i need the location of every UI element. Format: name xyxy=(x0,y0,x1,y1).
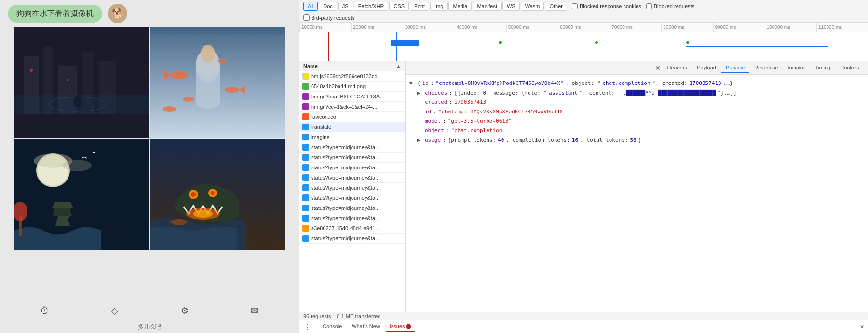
scroll-up-button[interactable]: ▲ xyxy=(396,63,401,69)
js-icon xyxy=(302,73,309,80)
preview-tab-timing[interactable]: Timing xyxy=(810,63,836,73)
preview-tab-initiator[interactable]: Initiator xyxy=(783,63,810,73)
svg-point-6 xyxy=(30,69,33,72)
eraser-icon[interactable]: ◇ xyxy=(108,304,122,318)
name-list-item[interactable]: hm.gif?cc=1&ck=1&cl=24-... xyxy=(299,102,405,112)
filter-btn-ws[interactable]: WS xyxy=(502,2,520,11)
blocked-requests-check[interactable]: Blocked requests xyxy=(646,3,694,9)
name-list-item[interactable]: status?type=midjourney&ta... xyxy=(299,142,405,153)
filter-btn-js[interactable]: JS xyxy=(338,2,353,11)
name-item-text: a3e80237-15d0-48d4-a941... xyxy=(311,225,380,231)
blocked-requests-input[interactable] xyxy=(646,3,652,9)
image-cell-2[interactable] xyxy=(150,27,285,138)
name-item-text: favicon.ico xyxy=(311,114,336,120)
timeline-mark: 90000 ms xyxy=(713,23,765,32)
svg-rect-19 xyxy=(150,27,285,34)
json-expand-root[interactable]: ▼ xyxy=(409,79,415,88)
preview-panel: ✕ HeadersPayloadPreviewResponseInitiator… xyxy=(406,61,868,312)
filter-btn-doc[interactable]: Doc xyxy=(319,2,337,11)
image-cell-4[interactable] xyxy=(150,139,285,250)
img-icon xyxy=(302,225,309,232)
json-expand-usage[interactable]: ▶ xyxy=(417,136,423,145)
name-list-item[interactable]: a3e80237-15d0-48d4-a941... xyxy=(299,223,405,234)
timeline-blue-line xyxy=(396,32,397,61)
svg-point-15 xyxy=(225,87,239,93)
filter-btn-manifest[interactable]: Manifest xyxy=(473,2,502,11)
filter-btn-wasm[interactable]: Wasm xyxy=(521,2,544,11)
name-list-item[interactable]: favicon.ico xyxy=(299,112,405,122)
sliders-icon[interactable]: ⚙ xyxy=(178,304,191,318)
svg-point-14 xyxy=(170,71,188,79)
doc-icon xyxy=(302,164,309,171)
name-list-item[interactable]: status?type=midjourney&ta... xyxy=(299,234,405,244)
name-item-text: status?type=midjourney&ta... xyxy=(311,205,380,211)
preview-tab-preview[interactable]: Preview xyxy=(721,63,749,73)
name-list-item[interactable]: imagine xyxy=(299,132,405,142)
preview-tab-response[interactable]: Response xyxy=(749,63,783,73)
blocked-response-cookies-check[interactable]: Blocked response cookies xyxy=(572,3,641,9)
svg-point-31 xyxy=(211,191,215,195)
json-expand-choices[interactable]: ▶ xyxy=(417,89,423,97)
filter-btn-css[interactable]: CSS xyxy=(389,2,409,11)
image-cell-1[interactable] xyxy=(14,27,149,138)
name-column-label: Name xyxy=(303,63,318,69)
name-item-text: status?type=midjourney&ta... xyxy=(311,154,380,160)
image-cell-3[interactable] xyxy=(14,139,149,250)
doc-icon xyxy=(302,194,309,201)
name-item-text: 6540a4b3ba44.md.png xyxy=(311,83,366,89)
envelope-icon[interactable]: ✉ xyxy=(248,304,261,318)
svg-point-17 xyxy=(217,59,227,63)
console-tab-what's-new[interactable]: What's New xyxy=(348,322,383,332)
json-choices-row: ▶ choices : [{index: 0, message: {role: … xyxy=(417,88,864,98)
name-item-text: hm.gif?hca=B6FC1CA2F18A... xyxy=(311,94,384,99)
name-list-item[interactable]: status?type=midjourney&ta... xyxy=(299,163,405,173)
console-tab-label: Console xyxy=(323,323,342,329)
name-list-item[interactable]: translate xyxy=(299,122,405,132)
doc-icon xyxy=(302,184,309,191)
svg-point-16 xyxy=(183,97,194,102)
image-grid xyxy=(14,27,285,294)
json-usage-row: ▶ usage : {prompt_tokens: 40 , completio… xyxy=(417,136,864,145)
console-tab-console[interactable]: Console xyxy=(319,322,346,332)
name-list-item[interactable]: status?type=midjourney&ta... xyxy=(299,183,405,193)
name-item-text: status?type=midjourney&ta... xyxy=(311,185,380,191)
close-preview-button[interactable]: ✕ xyxy=(655,64,661,72)
filter-btn-fetch/xhr[interactable]: Fetch/XHR xyxy=(354,2,389,11)
console-tab-issues[interactable]: Issues xyxy=(386,322,415,332)
timeline-dot-3 xyxy=(686,41,689,44)
name-list-item[interactable]: status?type=midjourney&ta... xyxy=(299,173,405,183)
avatar: 🐕 xyxy=(108,4,127,23)
timeline-mark: 70000 ms xyxy=(610,23,661,32)
console-close-button[interactable]: ✕ xyxy=(860,324,864,330)
name-items-list: hm.js?609dc2f866ce0133cd...6540a4b3ba44.… xyxy=(299,71,405,244)
name-list-item[interactable]: status?type=midjourney&ta... xyxy=(299,153,405,163)
bottom-toolbar: ⏱ ◇ ⚙ ✉ xyxy=(0,299,299,323)
filter-btn-media[interactable]: Media xyxy=(448,2,472,11)
svg-point-13 xyxy=(201,45,215,62)
timeline-red-line xyxy=(328,32,329,61)
preview-tab-headers[interactable]: Headers xyxy=(663,63,692,73)
timeline-mark: 50000 ms xyxy=(506,23,558,32)
filter-btn-all[interactable]: All xyxy=(303,2,318,11)
timeline-bars xyxy=(299,32,868,61)
gif-icon xyxy=(302,93,309,100)
name-list-item[interactable]: status?type=midjourney&ta... xyxy=(299,213,405,223)
doc-icon xyxy=(302,144,309,151)
name-list-item[interactable]: status?type=midjourney&ta... xyxy=(299,203,405,213)
name-list-item[interactable]: status?type=midjourney&ta... xyxy=(299,193,405,203)
json-root: ▼ { id : "chatcmpl-8MQvVRkXMpXPodkCT7459… xyxy=(409,79,864,88)
third-party-checkbox[interactable] xyxy=(303,14,310,21)
filter-btn-img[interactable]: Img xyxy=(430,2,448,11)
preview-tab-payload[interactable]: Payload xyxy=(692,63,721,73)
blocked-response-cookies-input[interactable] xyxy=(572,3,578,9)
name-list-item[interactable]: hm.gif?hca=B6FC1CA2F18A... xyxy=(299,92,405,102)
filter-btn-font[interactable]: Font xyxy=(410,2,429,11)
search-bubble[interactable]: 狗狗在水下看着摄像机 xyxy=(8,5,102,23)
clock-icon[interactable]: ⏱ xyxy=(38,304,52,318)
filter-btn-other[interactable]: Other xyxy=(545,2,567,11)
name-item-text: status?type=midjourney&ta... xyxy=(311,236,380,241)
name-list-item[interactable]: 6540a4b3ba44.md.png xyxy=(299,82,405,92)
preview-tab-cookies[interactable]: Cookies xyxy=(835,63,864,73)
console-menu-button[interactable]: ⋮ xyxy=(303,322,311,332)
name-list-item[interactable]: hm.js?609dc2f866ce0133cd... xyxy=(299,71,405,82)
